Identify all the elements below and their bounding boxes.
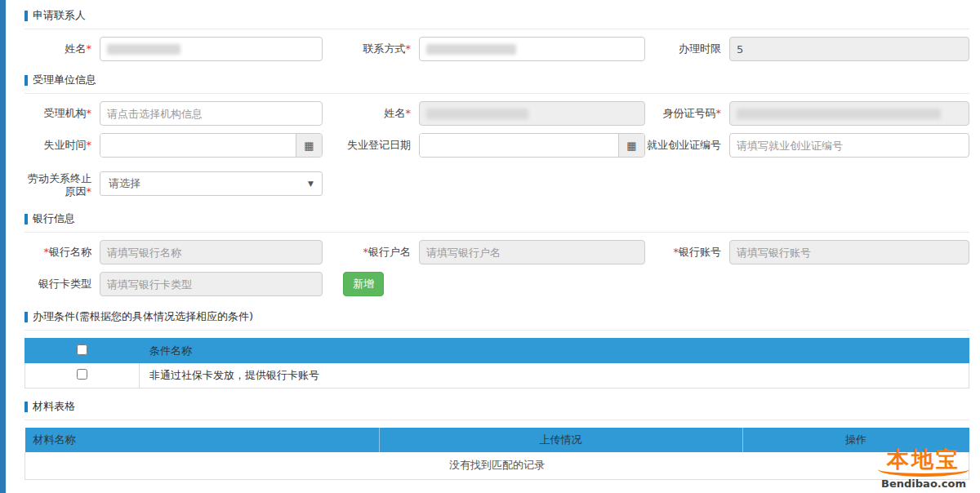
empty-message: 没有找到匹配的记录 (25, 452, 969, 479)
unemployment-time-field[interactable] (100, 134, 296, 157)
unemployment-reg-date-field[interactable] (420, 134, 618, 157)
time-limit-label: 办理时限 (645, 42, 729, 56)
unemployment-reg-date-input[interactable]: ▦ (419, 133, 645, 158)
section-label: 材料表格 (33, 399, 75, 414)
section-label: 受理单位信息 (33, 73, 96, 87)
condition-checkbox[interactable] (77, 369, 87, 380)
condition-row: 非通过社保卡发放，提供银行卡账号 (25, 363, 969, 389)
contact-input[interactable] (419, 37, 645, 61)
section-title-materials: 材料表格 (24, 399, 969, 420)
row-bank-1: *银行名称 *银行户名 *银行账号 (24, 240, 969, 264)
employment-cert-label: 就业创业证编号 (645, 139, 729, 152)
upload-status-header: 上传情况 (379, 428, 742, 452)
calendar-icon[interactable]: ▦ (618, 134, 644, 157)
unit-name-input (419, 101, 645, 126)
agency-label: 受理机构* (24, 107, 100, 120)
bank-name-input (100, 240, 323, 264)
employment-cert-input[interactable] (729, 133, 969, 158)
id-number-input (729, 101, 969, 126)
bendibao-logo: 本地宝 Bendibao.com (875, 447, 972, 490)
name-label: 姓名* (24, 42, 100, 56)
calendar-icon[interactable]: ▦ (296, 134, 322, 157)
bank-account-name-label: *银行户名 (323, 246, 419, 259)
unemployment-time-label: 失业时间* (24, 139, 100, 152)
redacted-value (426, 44, 516, 55)
redacted-value (107, 44, 180, 55)
row-applicant: 姓名* 联系方式* 办理时限 5 (24, 37, 969, 61)
form-page: 申请联系人 姓名* 联系方式* 办理时限 5 受理单位信息 受理机构* 姓名* … (6, 0, 980, 493)
termination-reason-select[interactable]: 请选择 ▼ (100, 171, 323, 196)
unemployment-reg-date-label: 失业登记日期 (323, 139, 419, 152)
bank-card-type-input (100, 272, 323, 296)
material-table: 材料名称 上传情况 操作 没有找到匹配的记录 (24, 428, 969, 480)
empty-row: 没有找到匹配的记录 (25, 452, 969, 479)
agency-input[interactable] (100, 101, 323, 126)
bank-name-label: *银行名称 (24, 246, 100, 259)
selected-option: 请选择 (109, 176, 140, 191)
row-termination-reason: 劳动关系终止原因* 请选择 ▼ (24, 169, 969, 198)
id-number-label: 身份证号码* (645, 107, 729, 120)
time-limit-input: 5 (729, 37, 969, 61)
section-marker-icon (24, 75, 28, 86)
condition-table: 条件名称 非通过社保卡发放，提供银行卡账号 (24, 338, 969, 389)
section-marker-icon (24, 402, 28, 412)
bank-card-type-label: 银行卡类型 (24, 278, 100, 291)
row-unit-2: 失业时间* ▦ 失业登记日期 ▦ 就业创业证编号 (24, 133, 969, 158)
redacted-value (426, 109, 528, 119)
row-bank-2: 银行卡类型 新增 (24, 272, 969, 296)
unit-name-label: 姓名* (323, 107, 419, 120)
section-marker-icon (24, 11, 28, 21)
section-title-conditions: 办理条件(需根据您的具体情况选择相应的条件) (24, 309, 969, 331)
bank-account-no-label: *银行账号 (645, 246, 729, 259)
redacted-value (737, 109, 941, 119)
section-marker-icon (24, 312, 28, 322)
termination-reason-label: 劳动关系终止原因* (24, 169, 100, 198)
add-button[interactable]: 新增 (343, 272, 384, 296)
section-marker-icon (24, 214, 28, 224)
section-label: 银行信息 (33, 211, 75, 226)
bank-account-name-input (419, 240, 645, 264)
logo-domain-text: Bendibao.com (875, 477, 972, 490)
caret-down-icon: ▼ (308, 180, 314, 188)
section-label: 申请联系人 (33, 8, 86, 23)
condition-name-cell: 非通过社保卡发放，提供银行卡账号 (140, 363, 969, 389)
section-title-unit: 受理单位信息 (24, 73, 969, 94)
row-unit-1: 受理机构* 姓名* 身份证号码* (24, 101, 969, 126)
section-label: 办理条件(需根据您的具体情况选择相应的条件) (33, 309, 253, 324)
unemployment-time-input[interactable]: ▦ (100, 133, 323, 158)
condition-name-header: 条件名称 (140, 339, 969, 363)
logo-cn-text: 本地宝 (875, 447, 972, 472)
bank-account-no-input (729, 240, 969, 264)
select-all-checkbox[interactable] (77, 344, 87, 355)
left-accent-bar (0, 0, 6, 493)
name-input[interactable] (100, 37, 323, 61)
section-title-applicant: 申请联系人 (24, 8, 969, 29)
contact-label: 联系方式* (323, 42, 419, 56)
section-title-bank: 银行信息 (24, 211, 969, 233)
material-name-header: 材料名称 (25, 428, 380, 452)
